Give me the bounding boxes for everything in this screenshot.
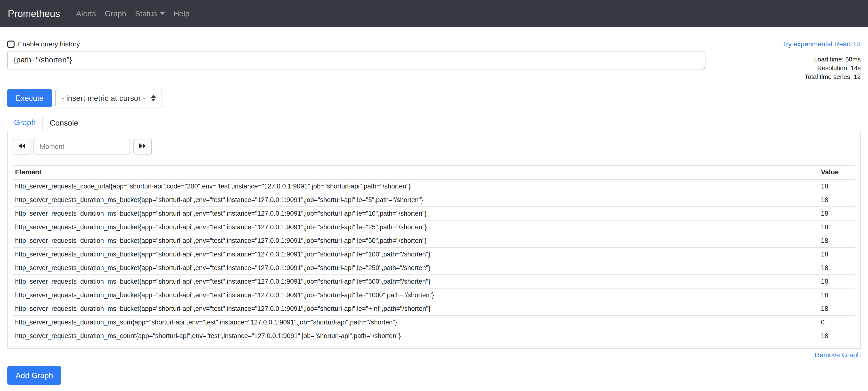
metric-value: 18 xyxy=(818,207,856,220)
metric-element: http_server_requests_duration_ms_count{a… xyxy=(12,329,818,342)
metric-value: 18 xyxy=(818,193,856,207)
chevron-down-icon xyxy=(160,12,165,15)
metric-element: http_server_requests_duration_ms_bucket{… xyxy=(12,193,818,207)
nav-item-status[interactable]: Status xyxy=(130,5,169,22)
nav-item-graph[interactable]: Graph xyxy=(100,5,130,22)
metric-element: http_server_requests_code_total{app="sho… xyxy=(12,179,818,193)
history-row: Enable query history Try experimental Re… xyxy=(7,40,861,48)
metric-element: http_server_requests_duration_ms_bucket{… xyxy=(12,248,818,261)
add-graph-row: Add Graph xyxy=(7,366,861,391)
resolution: Resolution: 14s xyxy=(805,64,861,73)
metric-element: http_server_requests_duration_ms_bucket{… xyxy=(12,261,818,275)
metric-value: 18 xyxy=(818,288,856,302)
nav-item-help[interactable]: Help xyxy=(169,5,194,22)
nav-item-status-label: Status xyxy=(135,9,157,18)
query-expression-input[interactable]: {path="/shorten"} xyxy=(7,51,706,69)
metric-value: 18 xyxy=(818,261,856,275)
enable-query-history: Enable query history xyxy=(7,40,80,48)
fast-forward-icon xyxy=(139,143,146,151)
main-content: Enable query history Try experimental Re… xyxy=(0,40,868,391)
enable-query-history-checkbox[interactable] xyxy=(7,40,14,48)
moment-input[interactable] xyxy=(33,139,130,155)
metric-value: 18 xyxy=(818,234,856,248)
query-stats: Load time: 68ms Resolution: 14s Total ti… xyxy=(805,51,861,81)
metric-element: http_server_requests_duration_ms_bucket{… xyxy=(12,234,818,248)
remove-graph-row: Remove Graph xyxy=(7,351,861,359)
table-row: http_server_requests_duration_ms_bucket{… xyxy=(12,234,856,248)
table-row: http_server_requests_duration_ms_count{a… xyxy=(12,329,856,342)
enable-query-history-label: Enable query history xyxy=(18,40,80,48)
load-time: Load time: 68ms xyxy=(805,55,861,64)
total-time-series: Total time series: 12 xyxy=(805,73,861,81)
remove-graph-link[interactable]: Remove Graph xyxy=(815,351,861,359)
table-row: http_server_requests_duration_ms_bucket{… xyxy=(12,275,856,288)
table-row: http_server_requests_duration_ms_bucket{… xyxy=(12,220,856,234)
table-row: http_server_requests_duration_ms_bucket{… xyxy=(12,207,856,220)
moment-forward-button[interactable] xyxy=(133,139,152,155)
metric-element: http_server_requests_duration_ms_bucket{… xyxy=(12,275,818,288)
add-graph-button[interactable]: Add Graph xyxy=(7,366,61,385)
moment-controls xyxy=(12,139,856,155)
metric-value: 18 xyxy=(818,302,856,315)
table-row: http_server_requests_duration_ms_sum{app… xyxy=(12,315,856,329)
execute-button[interactable]: Execute xyxy=(7,89,52,107)
react-ui-link[interactable]: Try experimental React UI xyxy=(782,40,861,48)
metric-value: 18 xyxy=(818,220,856,234)
column-header-value: Value xyxy=(818,165,856,179)
table-row: http_server_requests_duration_ms_bucket{… xyxy=(12,302,856,315)
table-row: http_server_requests_duration_ms_bucket{… xyxy=(12,261,856,275)
column-header-element: Element xyxy=(12,165,818,179)
table-row: http_server_requests_code_total{app="sho… xyxy=(12,179,856,193)
tab-console[interactable]: Console xyxy=(42,115,85,131)
table-row: http_server_requests_duration_ms_bucket{… xyxy=(12,248,856,261)
table-header-row: Element Value xyxy=(12,165,856,179)
table-row: http_server_requests_duration_ms_bucket{… xyxy=(12,193,856,207)
metric-element: http_server_requests_duration_ms_bucket{… xyxy=(12,302,818,315)
metric-value: 18 xyxy=(818,179,856,193)
rewind-icon xyxy=(18,143,26,151)
execute-row: Execute - insert metric at cursor - xyxy=(7,89,861,107)
select-updown-icon xyxy=(151,95,156,102)
metric-element: http_server_requests_duration_ms_bucket{… xyxy=(12,207,818,220)
table-row: http_server_requests_duration_ms_bucket{… xyxy=(12,288,856,302)
tab-bar: Graph Console xyxy=(7,115,861,131)
metric-element: http_server_requests_duration_ms_bucket{… xyxy=(12,288,818,302)
moment-rewind-button[interactable] xyxy=(12,139,31,155)
insert-metric-select[interactable]: - insert metric at cursor - xyxy=(55,89,162,107)
brand-prometheus[interactable]: Prometheus xyxy=(8,8,60,19)
metric-value: 0 xyxy=(818,315,856,329)
metric-value: 18 xyxy=(818,248,856,261)
prometheus-app: Prometheus Alerts Graph Status Help Enab… xyxy=(0,0,868,391)
tab-graph[interactable]: Graph xyxy=(7,115,42,131)
navbar: Prometheus Alerts Graph Status Help xyxy=(0,0,868,27)
table-body: http_server_requests_code_total{app="sho… xyxy=(12,179,856,342)
metric-value: 18 xyxy=(818,275,856,288)
metric-value: 18 xyxy=(818,329,856,342)
insert-metric-select-label: - insert metric at cursor - xyxy=(62,94,146,103)
nav-item-alerts[interactable]: Alerts xyxy=(72,5,100,22)
metric-element: http_server_requests_duration_ms_bucket{… xyxy=(12,220,818,234)
metric-element: http_server_requests_duration_ms_sum{app… xyxy=(12,315,818,329)
console-panel: Element Value http_server_requests_code_… xyxy=(7,131,861,349)
query-row: {path="/shorten"} Load time: 68ms Resolu… xyxy=(7,51,861,81)
console-table: Element Value http_server_requests_code_… xyxy=(12,165,856,342)
